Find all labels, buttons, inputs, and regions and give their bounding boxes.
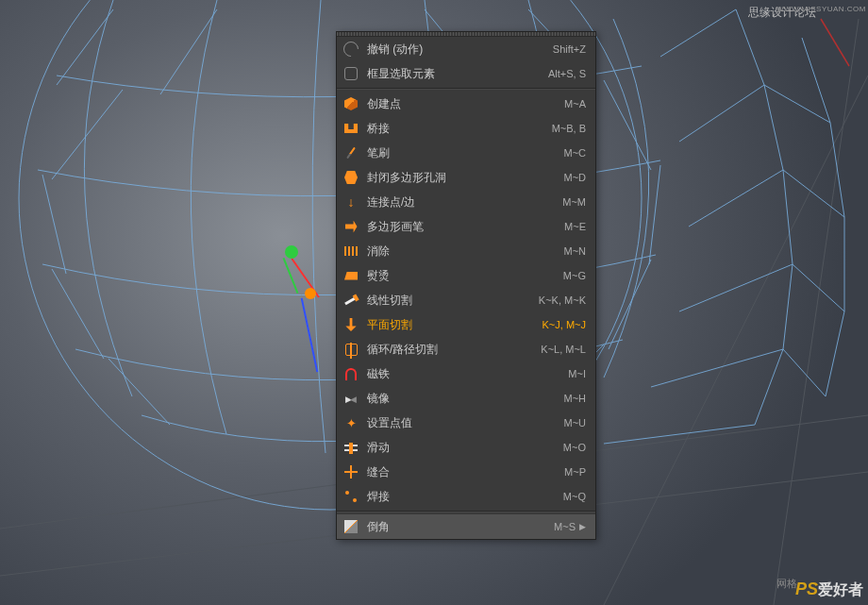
menu-item-loop-path-cut[interactable]: 循环/路径切割K~L, M~L: [337, 337, 595, 361]
menu-item-undo-action[interactable]: 撤销 (动作)Shift+Z: [337, 37, 595, 61]
menu-item-shortcut: M~A: [564, 98, 586, 109]
svg-line-22: [651, 349, 783, 387]
menu-item-shortcut: M~C: [563, 147, 586, 159]
menu-item-label: 焊接: [367, 489, 563, 505]
svg-line-29: [802, 38, 830, 123]
menu-item-shortcut: M~G: [563, 270, 586, 281]
menu-item-shortcut: M~M: [562, 196, 586, 208]
menu-item-label: 镜像: [367, 391, 563, 407]
menu-item-connect-points-edges[interactable]: 连接点/边M~M: [337, 190, 595, 214]
menu-separator: [337, 88, 595, 90]
svg-line-28: [755, 349, 783, 425]
menu-item-shortcut: M~Q: [563, 491, 586, 502]
menu-item-frame-selected[interactable]: 框显选取元素Alt+S, S: [337, 61, 595, 86]
setpoint-icon: [342, 414, 359, 431]
menu-item-polygon-pen[interactable]: 多边形画笔M~E: [337, 214, 595, 239]
menu-separator: [337, 511, 595, 513]
menu-item-label: 磁铁: [367, 366, 568, 382]
knife-icon: [342, 292, 359, 309]
context-menu[interactable]: 撤销 (动作)Shift+Z框显选取元素Alt+S, S创建点M~A桥接M~B,…: [336, 31, 596, 540]
gizmo-axis-z[interactable]: [301, 298, 319, 373]
menu-item-label: 设置点值: [367, 415, 563, 431]
menu-item-label: 框显选取元素: [367, 66, 548, 82]
menu-item-shortcut: K~K, M~K: [539, 294, 586, 306]
svg-line-27: [783, 264, 793, 349]
svg-line-35: [793, 264, 844, 311]
slide-icon: [342, 439, 359, 456]
menu-item-dissolve[interactable]: 消除M~N: [337, 239, 595, 263]
menu-item-label: 连接点/边: [367, 194, 562, 210]
menu-item-set-point-value[interactable]: 设置点值M~U: [337, 411, 595, 435]
svg-line-25: [764, 85, 783, 170]
menu-item-label: 创建点: [367, 96, 564, 112]
watermark-site-url: WWW.MISSYUAN.COM: [776, 5, 866, 13]
menu-item-shortcut: M~D: [563, 172, 586, 183]
menu-item-line-cut[interactable]: 线性切割K~K, M~K: [337, 288, 595, 312]
menu-item-shortcut: M~E: [564, 221, 586, 232]
menu-item-slide[interactable]: 滑动M~O: [337, 435, 595, 460]
watermark-logo: PS爱好者: [795, 580, 863, 600]
polypen-icon: [342, 218, 359, 235]
svg-line-24: [736, 9, 764, 85]
svg-line-33: [764, 85, 830, 123]
menu-item-bridge[interactable]: 桥接M~B, B: [337, 116, 595, 141]
svg-line-12: [42, 175, 66, 274]
svg-line-2: [604, 76, 868, 605]
menu-item-shortcut: K~L, M~L: [541, 344, 586, 355]
svg-line-4: [821, 19, 849, 66]
mirror-icon: [342, 390, 359, 407]
menu-item-mirror[interactable]: 镜像M~H: [337, 386, 595, 411]
menu-item-label: 消除: [367, 244, 563, 260]
svg-line-10: [52, 90, 123, 179]
bridge-icon: [342, 120, 359, 137]
brush-icon: [342, 144, 359, 161]
watermark-logo-text: 爱好者: [818, 581, 863, 597]
menu-item-close-polygon-hole[interactable]: 封闭多边形孔洞M~D: [337, 165, 595, 190]
menu-item-bevel[interactable]: 倒角M~S▶: [337, 514, 595, 539]
menu-item-shortcut: M~B, B: [552, 123, 586, 134]
menu-item-plane-cut[interactable]: 平面切割K~J, M~J: [337, 312, 595, 337]
menu-item-shortcut: M~O: [563, 442, 586, 453]
menu-item-brush[interactable]: 笔刷M~C: [337, 141, 595, 165]
menu-item-label: 缝合: [367, 464, 564, 480]
svg-line-6: [57, 9, 113, 85]
svg-line-14: [52, 269, 104, 359]
menu-item-shortcut: M~N: [563, 245, 586, 257]
svg-line-15: [609, 260, 651, 349]
menu-item-shortcut: M~U: [563, 417, 586, 429]
menu-item-label: 平面切割: [367, 317, 542, 333]
menu-item-magnet[interactable]: 磁铁M~I: [337, 361, 595, 386]
menu-item-weld[interactable]: 焊接M~Q: [337, 484, 595, 509]
menu-item-label: 线性切割: [367, 293, 539, 309]
menu-item-shortcut: M~I: [568, 368, 586, 379]
connect-icon: [342, 193, 359, 210]
svg-line-34: [783, 170, 844, 217]
bevel-icon: [342, 518, 359, 535]
close-icon: [342, 169, 359, 186]
menu-item-shortcut: Alt+S, S: [548, 68, 586, 79]
watermark-logo-ps: PS: [795, 580, 818, 598]
menu-item-label: 多边形画笔: [367, 219, 564, 235]
svg-line-21: [679, 264, 793, 311]
svg-line-23: [604, 425, 755, 444]
plane-icon: [342, 316, 359, 333]
iron-icon: [342, 267, 359, 284]
menu-item-iron[interactable]: 熨烫M~G: [337, 263, 595, 288]
svg-line-26: [783, 170, 793, 264]
chevron-right-icon: ▶: [579, 522, 586, 531]
menu-item-label: 熨烫: [367, 268, 563, 284]
menu-item-spin-edge[interactable]: 缝合M~P: [337, 460, 595, 484]
loop-icon: [342, 341, 359, 358]
gizmo-handle-y[interactable]: [285, 245, 298, 259]
gizmo-center[interactable]: [305, 288, 316, 299]
menu-item-shortcut: M~S: [554, 521, 576, 532]
menu-item-label: 倒角: [367, 519, 554, 535]
menu-item-shortcut: M~H: [563, 393, 586, 404]
cube-icon: [342, 95, 359, 112]
svg-line-13: [649, 165, 660, 264]
svg-line-19: [679, 85, 764, 142]
menu-item-shortcut: M~P: [564, 466, 586, 478]
svg-line-7: [160, 9, 217, 94]
menu-item-create-point[interactable]: 创建点M~A: [337, 92, 595, 116]
menu-item-shortcut: K~J, M~J: [542, 319, 586, 330]
